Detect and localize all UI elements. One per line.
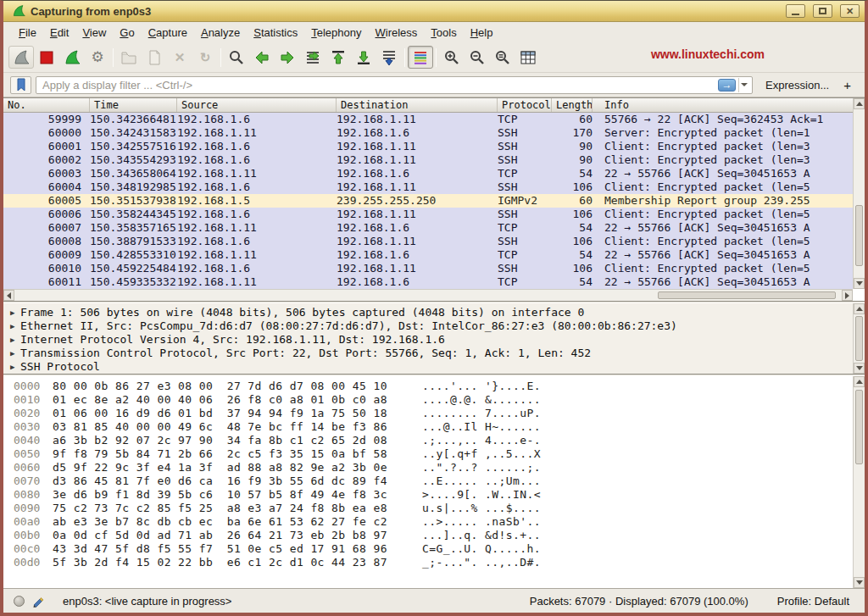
packet-row[interactable]: 60006150.358244345192.168.1.6192.168.1.1… [3,208,865,221]
packet-row[interactable]: 60009150.428553310192.168.1.11192.168.1.… [3,248,865,262]
hex-row[interactable]: 002001 06 00 16 d9 d6 01 bd 37 94 94 f9 … [14,407,851,420]
column-header-source[interactable]: Source [177,98,337,112]
zoom-normal-button[interactable] [490,46,515,69]
detail-row[interactable]: ▶Frame 1: 506 bytes on wire (4048 bits),… [8,306,851,319]
reload-button[interactable]: ↻ [192,46,218,69]
hex-row[interactable]: 003003 81 85 40 00 00 49 6c 48 7e bc ff … [14,420,851,434]
scroll-down-button[interactable] [854,363,865,374]
scroll-left-button[interactable] [3,290,14,301]
zoom-out-button[interactable] [465,46,490,69]
hscroll-thumb[interactable] [658,291,836,299]
go-back-button[interactable] [249,46,275,69]
menu-telephony[interactable]: Telephony [304,24,368,42]
menu-tools[interactable]: Tools [424,24,463,42]
save-file-button[interactable] [142,46,167,69]
column-header-time[interactable]: Time [90,98,177,112]
packet-row[interactable]: 59999150.342366481192.168.1.6192.168.1.1… [3,113,865,126]
packet-row[interactable]: 60003150.343658064192.168.1.11192.168.1.… [3,167,865,180]
auto-scroll-button[interactable] [376,46,402,69]
menu-statistics[interactable]: Statistics [247,24,304,42]
pencil-icon[interactable] [31,595,44,608]
menu-edit[interactable]: Edit [43,24,75,42]
menu-view[interactable]: View [75,24,113,42]
scroll-down-button[interactable] [854,278,865,289]
detail-row[interactable]: ▶Ethernet II, Src: PcsCompu_7d:d6:d7 (08… [8,319,851,333]
close-button[interactable]: ✕ [840,4,860,18]
detail-row[interactable]: ▶Internet Protocol Version 4, Src: 192.1… [8,333,851,347]
scroll-up-button[interactable] [854,376,865,387]
zoom-in-button[interactable] [439,46,465,69]
colorize-packets-button[interactable] [408,46,433,69]
menu-analyze[interactable]: Analyze [194,24,247,42]
hex-row[interactable]: 000080 00 0b 86 27 e3 08 00 27 7d d6 d7 … [14,380,851,393]
maximize-button[interactable] [813,4,832,18]
menu-help[interactable]: Help [464,24,500,42]
scroll-up-button[interactable] [854,303,865,314]
hex-vscrollbar[interactable] [853,376,865,588]
find-packet-button[interactable] [224,46,249,69]
scroll-down-button[interactable] [854,577,865,588]
hex-row[interactable]: 00509f f8 79 5b 84 71 2b 66 2c c5 f3 35 … [14,447,851,461]
resize-columns-button[interactable] [515,46,541,69]
scroll-up-button[interactable] [854,98,865,109]
go-first-packet-button[interactable] [326,46,351,69]
expand-arrow-icon[interactable]: ▶ [8,333,20,347]
packet-list-vscrollbar[interactable] [853,98,865,289]
vscroll-thumb[interactable] [855,390,863,464]
scroll-right-button[interactable] [842,290,853,301]
hex-row[interactable]: 009075 c2 73 7c c2 85 f5 25 a8 e3 a7 24 … [14,502,851,515]
hex-row[interactable]: 00c043 3d 47 5f d8 f5 55 f7 51 0e c5 ed … [14,542,851,556]
expand-arrow-icon[interactable]: ▶ [8,347,20,360]
display-filter-input[interactable]: Apply a display filter ... <Ctrl-/> → [36,76,753,94]
close-file-button[interactable]: ✕ [167,46,192,69]
hex-row[interactable]: 00b00a 0d cf 5d 0d ad 71 ab 26 64 21 73 … [14,529,851,542]
expression-button[interactable]: Expression... [757,79,837,92]
apply-filter-button[interactable]: → [718,79,736,92]
menu-wireless[interactable]: Wireless [369,24,425,42]
hex-row[interactable]: 00803e d6 b9 f1 8d 39 5b c6 10 57 b5 8f … [14,488,851,502]
filter-bookmark-button[interactable] [10,76,31,94]
profile-text[interactable]: Profile: Default [777,595,849,608]
menu-capture[interactable]: Capture [142,24,194,42]
column-header-protocol[interactable]: Protocol [498,98,552,112]
hex-row[interactable]: 0060d5 9f 22 9c 3f e4 1a 3f ad 88 a8 82 … [14,461,851,474]
detail-row[interactable]: ▶SSH Protocol [8,360,851,374]
hex-row[interactable]: 001001 ec 8e a2 40 00 40 06 26 f8 c0 a8 … [14,393,851,407]
capture-options-button[interactable]: ⚙ [85,46,110,69]
hex-row[interactable]: 0040a6 3b b2 92 07 2c 97 90 34 fa 8b c1 … [14,434,851,447]
vscroll-thumb[interactable] [855,205,863,266]
packet-list-hscrollbar[interactable] [3,289,853,301]
detail-row[interactable]: ▶Transmission Control Protocol, Src Port… [8,347,851,360]
menu-go[interactable]: Go [113,24,141,42]
vscroll-thumb[interactable] [855,316,863,361]
filter-dropdown-button[interactable] [738,78,749,92]
packet-row[interactable]: 60001150.342557516192.168.1.6192.168.1.1… [3,140,865,153]
packet-row[interactable]: 60008150.388791533192.168.1.6192.168.1.1… [3,235,865,248]
packet-row[interactable]: 60010150.459225484192.168.1.6192.168.1.1… [3,262,865,275]
packet-row[interactable]: 60000150.342431583192.168.1.11192.168.1.… [3,126,865,140]
details-vscrollbar[interactable] [853,303,865,374]
hex-row[interactable]: 00d05f 3b 2d f4 15 02 22 bb e6 c1 2c d1 … [14,556,851,569]
column-header-no[interactable]: No. [3,98,90,112]
column-header-destination[interactable]: Destination [337,98,498,112]
go-forward-button[interactable] [275,46,300,69]
hex-row[interactable]: 0070d3 86 45 81 7f e0 d6 ca 16 f9 3b 55 … [14,474,851,488]
packet-row[interactable]: 60011150.459335332192.168.1.11192.168.1.… [3,275,865,289]
stop-capture-button[interactable] [34,46,59,69]
minimize-button[interactable] [786,4,805,18]
menu-file[interactable]: File [12,24,43,42]
packet-row[interactable]: 60004150.348192985192.168.1.6192.168.1.1… [3,180,865,194]
expand-arrow-icon[interactable]: ▶ [8,306,20,319]
open-file-button[interactable] [116,46,142,69]
go-last-packet-button[interactable] [351,46,376,69]
expand-arrow-icon[interactable]: ▶ [8,319,20,333]
packet-row[interactable]: 60007150.358357165192.168.1.11192.168.1.… [3,221,865,235]
column-header-length[interactable]: Length [552,98,593,112]
packet-row[interactable]: 60005150.351537938192.168.1.5239.255.255… [3,194,865,208]
expert-info-button[interactable] [14,596,25,607]
column-header-info[interactable]: Info [593,98,865,112]
hex-row[interactable]: 00a0ab e3 3e b7 8c db cb ec ba 6e 61 53 … [14,515,851,529]
restart-capture-button[interactable] [59,46,85,69]
add-filter-button[interactable]: + [842,78,858,92]
expand-arrow-icon[interactable]: ▶ [8,360,20,374]
